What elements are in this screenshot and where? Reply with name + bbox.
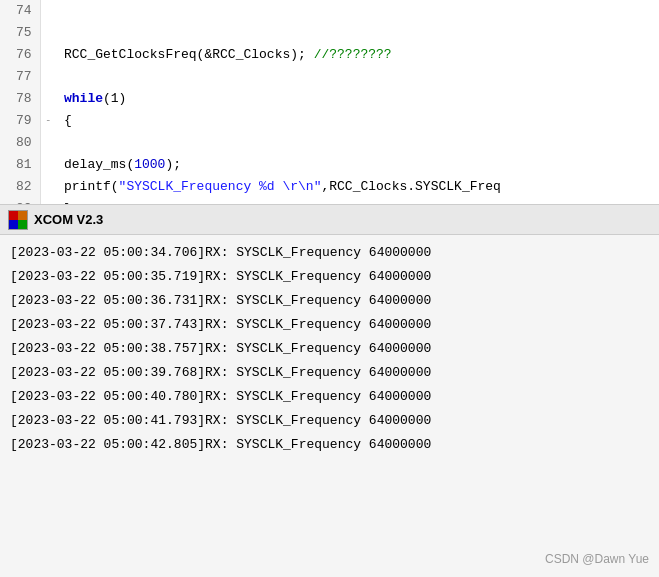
code-content: printf("SYSCLK_Frequency %d \r\n",RCC_Cl… (56, 176, 659, 198)
xcom-line: [2023-03-22 05:00:37.743]RX: SYSCLK_Freq… (10, 313, 649, 337)
xcom-line: [2023-03-22 05:00:42.805]RX: SYSCLK_Freq… (10, 433, 649, 457)
code-content (56, 22, 659, 44)
collapse-button (40, 88, 56, 110)
code-content: } (56, 198, 659, 205)
line-number: 82 (0, 176, 40, 198)
code-row: 74 (0, 0, 659, 22)
xcom-line: [2023-03-22 05:00:39.768]RX: SYSCLK_Freq… (10, 361, 649, 385)
xcom-line: [2023-03-22 05:00:40.780]RX: SYSCLK_Freq… (10, 385, 649, 409)
code-content: delay_ms(1000); (56, 154, 659, 176)
code-table: 747576RCC_GetClocksFreq(&RCC_Clocks); //… (0, 0, 659, 205)
line-number: 78 (0, 88, 40, 110)
code-content: { (56, 110, 659, 132)
code-row: 76RCC_GetClocksFreq(&RCC_Clocks); //????… (0, 44, 659, 66)
xcom-line: [2023-03-22 05:00:35.719]RX: SYSCLK_Freq… (10, 265, 649, 289)
watermark: CSDN @Dawn Yue (545, 547, 649, 571)
code-row: 78 while(1) (0, 88, 659, 110)
collapse-button (40, 66, 56, 88)
line-number: 80 (0, 132, 40, 154)
line-number: 74 (0, 0, 40, 22)
xcom-line: [2023-03-22 05:00:41.793]RX: SYSCLK_Freq… (10, 409, 649, 433)
code-content: RCC_GetClocksFreq(&RCC_Clocks); //??????… (56, 44, 659, 66)
line-number: 79 (0, 110, 40, 132)
xcom-line: [2023-03-22 05:00:34.706]RX: SYSCLK_Freq… (10, 241, 649, 265)
xcom-header: XCOM V2.3 (0, 205, 659, 235)
collapse-button (40, 132, 56, 154)
collapse-button[interactable]: - (40, 110, 56, 132)
code-row: 77 (0, 66, 659, 88)
code-row: 80 (0, 132, 659, 154)
code-content: while(1) (56, 88, 659, 110)
code-editor: 747576RCC_GetClocksFreq(&RCC_Clocks); //… (0, 0, 659, 205)
line-number: 81 (0, 154, 40, 176)
code-row: 81 delay_ms(1000); (0, 154, 659, 176)
code-content (56, 66, 659, 88)
line-number: 76 (0, 44, 40, 66)
code-row: 82 printf("SYSCLK_Frequency %d \r\n",RCC… (0, 176, 659, 198)
xcom-title: XCOM V2.3 (34, 212, 103, 227)
xcom-line: [2023-03-22 05:00:38.757]RX: SYSCLK_Freq… (10, 337, 649, 361)
code-content (56, 132, 659, 154)
xcom-line: [2023-03-22 05:00:36.731]RX: SYSCLK_Freq… (10, 289, 649, 313)
xcom-icon (8, 210, 28, 230)
line-number: 77 (0, 66, 40, 88)
collapse-button (40, 176, 56, 198)
line-number: 83 (0, 198, 40, 205)
collapse-button (40, 44, 56, 66)
code-content (56, 0, 659, 22)
collapse-button (40, 0, 56, 22)
xcom-body: [2023-03-22 05:00:34.706]RX: SYSCLK_Freq… (0, 235, 659, 577)
code-row: 83- } (0, 198, 659, 205)
collapse-button (40, 22, 56, 44)
collapse-button[interactable]: - (40, 198, 56, 205)
xcom-terminal: XCOM V2.3 [2023-03-22 05:00:34.706]RX: S… (0, 205, 659, 577)
code-row: 79- { (0, 110, 659, 132)
collapse-button (40, 154, 56, 176)
code-row: 75 (0, 22, 659, 44)
line-number: 75 (0, 22, 40, 44)
